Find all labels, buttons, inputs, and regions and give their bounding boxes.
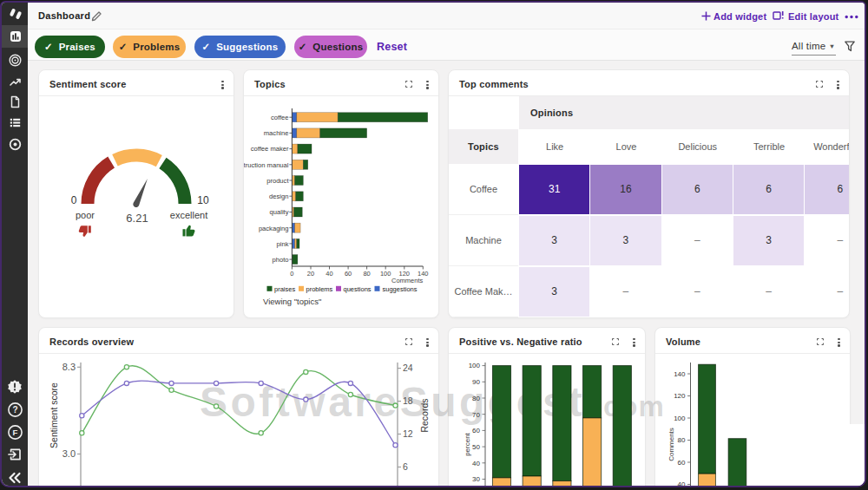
svg-text:60: 60 [472,427,480,434]
svg-text:machine: machine [264,129,289,137]
svg-text:40: 40 [678,480,686,486]
svg-text:pink: pink [277,240,289,248]
svg-text:Viewing "topics": Viewing "topics" [263,297,321,306]
svg-text:Comments: Comments [391,277,424,284]
svg-text:suggestions: suggestions [383,285,418,293]
svg-text:6.21: 6.21 [126,212,148,225]
svg-text:20: 20 [307,270,314,278]
svg-text:6: 6 [403,461,408,472]
svg-text:excellent: excellent [170,210,207,220]
svg-text:design: design [269,193,288,200]
svg-text:coffee maker: coffee maker [251,145,289,153]
svg-text:praises: praises [274,285,295,293]
svg-text:questions: questions [344,285,372,293]
svg-text:80: 80 [678,436,686,444]
svg-text:40: 40 [472,460,480,467]
svg-text:120: 120 [674,392,686,400]
svg-text:60: 60 [678,459,686,467]
svg-text:18: 18 [403,395,413,406]
svg-text:?: ? [12,405,17,415]
svg-text:140: 140 [674,370,686,378]
svg-text:80: 80 [472,395,480,402]
svg-text:0: 0 [290,270,293,278]
svg-text:0: 0 [71,194,77,206]
svg-text:8.3: 8.3 [62,362,76,372]
svg-text:30: 30 [472,475,480,483]
svg-text:90: 90 [472,378,480,386]
svg-text:24: 24 [403,363,413,373]
svg-text:packaging: packaging [259,225,289,232]
svg-text:product: product [266,177,289,185]
svg-text:12: 12 [403,428,413,439]
svg-text:struction manual: struction manual [244,161,289,169]
svg-text:10: 10 [197,194,209,206]
svg-text:coffee: coffee [271,114,289,121]
svg-text:100: 100 [380,270,391,278]
svg-text:100: 100 [674,415,686,422]
svg-text:F: F [12,428,17,437]
svg-text:80: 80 [363,270,370,278]
svg-text:problems: problems [306,285,333,293]
svg-text:quality: quality [270,208,289,216]
svg-text:photo: photo [272,256,288,264]
svg-text:40: 40 [326,270,332,278]
svg-text:60: 60 [345,270,352,278]
svg-text:3.0: 3.0 [62,448,76,459]
svg-text:100: 100 [469,362,481,369]
svg-text:50: 50 [472,443,480,451]
svg-text:70: 70 [472,411,480,419]
svg-text:poor: poor [76,210,95,220]
